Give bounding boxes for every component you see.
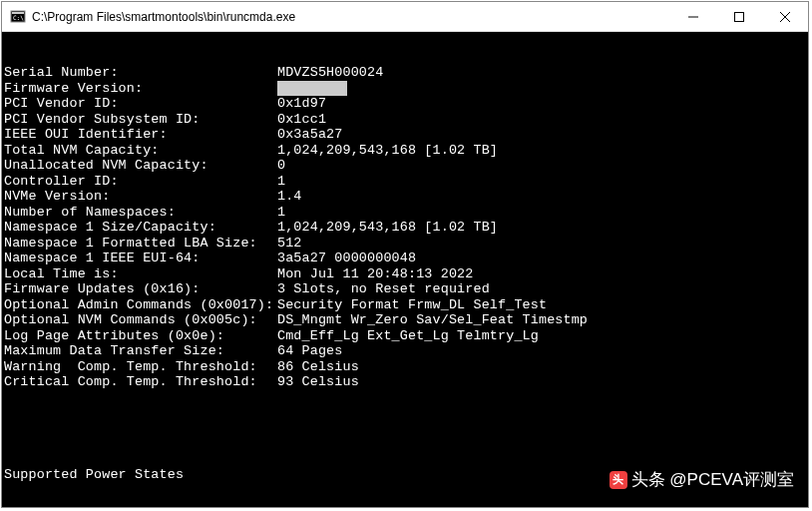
info-value: 1,024,209,543,168 [1.02 TB]	[277, 220, 806, 236]
info-value: Mon Jul 11 20:48:13 2022	[277, 266, 806, 282]
info-value: 3a5a27 0000000048	[277, 251, 806, 266]
info-value: 3 Slots, no Reset required	[277, 281, 806, 297]
info-row: Critical Comp. Temp. Threshold:93 Celsiu…	[4, 374, 806, 390]
info-value: 0x1cc1	[277, 112, 806, 128]
info-row: Maximum Data Transfer Size:64 Pages	[4, 343, 806, 359]
info-value: MDVZS5H000024	[277, 65, 806, 81]
info-value: Security Format Frmw_DL Self_Test	[277, 297, 806, 313]
watermark-text: 头条 @PCEVA评测室	[631, 468, 794, 491]
info-value: 1	[277, 174, 806, 190]
info-value	[277, 81, 806, 97]
console-output[interactable]: Serial Number:MDVZS5H000024Firmware Vers…	[2, 32, 808, 507]
info-label: Critical Comp. Temp. Threshold:	[4, 374, 277, 390]
watermark: 头 头条 @PCEVA评测室	[609, 468, 794, 491]
window-title: C:\Program Files\smartmontools\bin\runcm…	[32, 10, 295, 24]
info-label: Firmware Version:	[4, 81, 277, 97]
info-row: Local Time is:Mon Jul 11 20:48:13 2022	[4, 266, 806, 282]
info-row: Unallocated NVM Capacity:0	[4, 158, 806, 174]
info-row: Number of Namespaces:1	[4, 205, 806, 221]
info-value: Cmd_Eff_Lg Ext_Get_Lg Telmtry_Lg	[277, 328, 806, 344]
info-label: PCI Vendor Subsystem ID:	[4, 112, 277, 128]
info-row: Optional Admin Commands (0x0017):Securit…	[4, 297, 806, 313]
info-row: Serial Number:MDVZS5H000024	[4, 65, 806, 81]
info-label: Number of Namespaces:	[4, 205, 277, 221]
info-row: Warning Comp. Temp. Threshold:86 Celsius	[4, 359, 806, 375]
info-label: IEEE OUI Identifier:	[4, 127, 277, 143]
info-row: NVMe Version:1.4	[4, 189, 806, 205]
info-label: Total NVM Capacity:	[4, 143, 277, 159]
info-label: Serial Number:	[4, 65, 277, 81]
info-label: Local Time is:	[4, 266, 277, 282]
info-row: Optional NVM Commands (0x005c):DS_Mngmt …	[4, 312, 806, 328]
info-label: Log Page Attributes (0x0e):	[4, 328, 277, 344]
info-row: Namespace 1 Size/Capacity:1,024,209,543,…	[4, 220, 806, 236]
info-row: IEEE OUI Identifier:0x3a5a27	[4, 127, 806, 143]
info-value: 512	[277, 236, 806, 252]
watermark-logo-icon: 头	[609, 471, 627, 489]
info-row: Namespace 1 IEEE EUI-64:3a5a27 000000004…	[4, 251, 806, 266]
info-row: Total NVM Capacity:1,024,209,543,168 [1.…	[4, 143, 806, 159]
info-row: Controller ID:1	[4, 174, 806, 190]
info-label: Firmware Updates (0x16):	[4, 281, 277, 297]
info-value: 1	[277, 205, 806, 221]
info-value: 64 Pages	[277, 343, 806, 359]
info-value: 0x3a5a27	[277, 127, 806, 143]
svg-text:C:\: C:\	[13, 14, 24, 21]
info-label: Warning Comp. Temp. Threshold:	[4, 359, 277, 375]
info-label: PCI Vendor ID:	[4, 96, 277, 112]
info-label: Namespace 1 Formatted LBA Size:	[4, 236, 277, 252]
info-row: Firmware Updates (0x16):3 Slots, no Rese…	[4, 281, 806, 297]
info-label: NVMe Version:	[4, 189, 277, 205]
info-label: Maximum Data Transfer Size:	[4, 343, 277, 359]
app-window: C:\ C:\Program Files\smartmontools\bin\r…	[1, 1, 809, 508]
info-label: Unallocated NVM Capacity:	[4, 158, 277, 174]
info-value: 86 Celsius	[277, 359, 806, 375]
info-value: 93 Celsius	[277, 374, 806, 390]
info-value: 1.4	[277, 189, 806, 205]
info-label: Namespace 1 IEEE EUI-64:	[4, 251, 277, 266]
blank-line	[4, 421, 806, 437]
svg-rect-4	[735, 12, 744, 21]
app-icon: C:\	[10, 9, 26, 25]
info-row: Firmware Version:	[4, 81, 806, 97]
info-value: 0x1d97	[277, 96, 806, 112]
titlebar: C:\ C:\Program Files\smartmontools\bin\r…	[2, 2, 808, 32]
info-row: Namespace 1 Formatted LBA Size:512	[4, 236, 806, 252]
minimize-button[interactable]	[670, 2, 716, 32]
maximize-button[interactable]	[716, 2, 762, 32]
info-value: 1,024,209,543,168 [1.02 TB]	[277, 143, 806, 159]
info-label: Controller ID:	[4, 174, 277, 190]
info-row: Log Page Attributes (0x0e):Cmd_Eff_Lg Ex…	[4, 328, 806, 344]
info-row: PCI Vendor ID:0x1d97	[4, 96, 806, 112]
info-label: Optional Admin Commands (0x0017):	[4, 297, 277, 313]
info-value: DS_Mngmt Wr_Zero Sav/Sel_Feat Timestmp	[277, 312, 806, 328]
info-row: PCI Vendor Subsystem ID:0x1cc1	[4, 112, 806, 128]
info-label: Namespace 1 Size/Capacity:	[4, 220, 277, 236]
info-label: Optional NVM Commands (0x005c):	[4, 312, 277, 328]
close-button[interactable]	[762, 2, 808, 32]
info-value: 0	[277, 158, 806, 174]
